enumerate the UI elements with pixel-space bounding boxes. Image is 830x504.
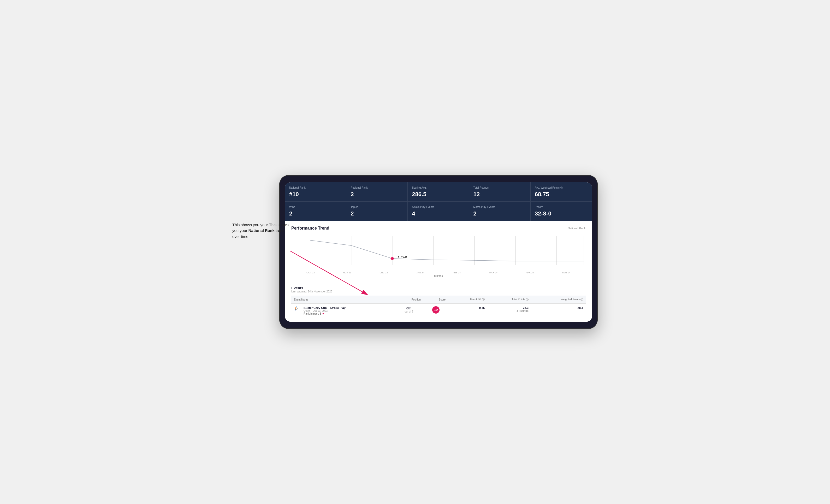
stat-regional-rank: Regional Rank 2 (346, 182, 408, 202)
stat-record-label: Record (535, 205, 588, 209)
stat-wins-value: 2 (289, 210, 342, 217)
th-score: Score (423, 296, 448, 304)
th-position: Position (395, 296, 423, 304)
annotation-text: This shows you your This shows you your … (232, 223, 289, 239)
x-label-apr24: APR 24 (512, 271, 548, 274)
trend-marker (390, 257, 394, 260)
stat-total-rounds-value: 12 (474, 191, 526, 198)
th-event-sg: Event SG ⓘ (448, 296, 487, 304)
stats-grid-row2: Wins 2 Top 3s 2 Stroke Play Events 4 Mat… (285, 201, 592, 221)
golf-icon: 🏌️ (294, 306, 298, 310)
events-title: Events (291, 286, 586, 290)
performance-title: Performance Trend (291, 226, 329, 231)
stat-stroke-play-value: 4 (412, 210, 465, 217)
event-name: Buster Cozy Cup – Stroke Play (304, 306, 392, 309)
trend-marker-label: ● #10 (397, 255, 407, 259)
stat-scoring-avg: Scoring Avg. 286.5 (408, 182, 469, 202)
rank-arrow-down-icon: ▼ (322, 312, 324, 315)
annotation: This shows you your This shows you your … (232, 222, 290, 240)
stat-record-value: 32-8-0 (535, 210, 588, 217)
tablet-frame: National Rank #10 Regional Rank 2 Scorin… (279, 175, 598, 329)
event-position-cell: 6th out of 7 (395, 304, 423, 318)
page-wrapper: This shows you your This shows you your … (232, 175, 598, 329)
stat-avg-weighted-label: Avg. Weighted Points ⓘ (535, 186, 588, 190)
th-event-name: Event Name (291, 296, 395, 304)
event-date: Oct 9 – Oct 10, 2023 (304, 309, 392, 312)
info-icon: ⓘ (561, 187, 563, 189)
event-icon-cell: 🏌️ (291, 304, 301, 318)
event-rank-impact: Rank Impact: 3 ▼ (304, 312, 392, 315)
stat-top3s: Top 3s 2 (346, 202, 408, 221)
chart-x-labels: OCT 23 NOV 23 DEC 23 JAN 24 FEB 24 MAR 2… (291, 271, 586, 274)
stat-match-play: Match Play Events 2 (469, 202, 531, 221)
event-position-sub: out of 7 (397, 310, 421, 313)
events-section: Events Last updated: 24th November 2023 … (285, 282, 592, 322)
x-label-mar24: MAR 24 (475, 271, 512, 274)
stat-stroke-play-label: Stroke Play Events (412, 205, 465, 209)
performance-axis-label: National Rank (568, 227, 586, 230)
stat-total-rounds: Total Rounds 12 (469, 182, 531, 202)
events-table-header: Event Name Position Score Event SG ⓘ (291, 296, 586, 304)
stat-national-rank-label: National Rank (289, 186, 342, 190)
performance-header: Performance Trend National Rank (291, 226, 586, 231)
stat-regional-rank-value: 2 (351, 191, 403, 198)
x-label-may24: MAY 24 (548, 271, 585, 274)
stat-stroke-play: Stroke Play Events 4 (408, 202, 469, 221)
stat-top3s-label: Top 3s (351, 205, 403, 209)
event-info-cell: Buster Cozy Cup – Stroke Play Oct 9 – Oc… (301, 304, 395, 318)
events-table-body: 🏌️ Buster Cozy Cup – Stroke Play Oct 9 –… (291, 304, 586, 318)
event-sg-cell: 0.45 (448, 304, 487, 318)
x-label-nov23: NOV 23 (329, 271, 365, 274)
stat-total-rounds-label: Total Rounds (474, 186, 526, 190)
th-weighted-points: Weighted Points ⓘ (531, 296, 586, 304)
stat-match-play-label: Match Play Events (474, 205, 526, 209)
event-position-main: 6th (397, 306, 421, 310)
event-total-points-cell: 28.3 3 Rounds (487, 304, 531, 318)
stat-wins-label: Wins (289, 205, 342, 209)
x-label-feb24: FEB 24 (439, 271, 475, 274)
stats-grid-row1: National Rank #10 Regional Rank 2 Scorin… (285, 182, 592, 202)
annotation-bold: National Rank (249, 228, 275, 233)
stat-record: Record 32-8-0 (531, 202, 592, 221)
stat-national-rank-value: #10 (289, 191, 342, 198)
stat-avg-weighted: Avg. Weighted Points ⓘ 68.75 (531, 182, 592, 202)
screen-content: National Rank #10 Regional Rank 2 Scorin… (285, 182, 592, 322)
stat-avg-weighted-value: 68.75 (535, 191, 588, 198)
events-table: Event Name Position Score Event SG ⓘ (291, 296, 586, 318)
event-score-cell: -22 (423, 304, 448, 318)
x-label-oct23: OCT 23 (292, 271, 329, 274)
stat-match-play-value: 2 (474, 210, 526, 217)
performance-section: Performance Trend National Rank (285, 221, 592, 282)
stat-scoring-avg-label: Scoring Avg. (412, 186, 465, 190)
chart-svg: ● #10 (291, 234, 586, 270)
stat-scoring-avg-value: 286.5 (412, 191, 465, 198)
chart-x-axis-title: Months (291, 274, 586, 277)
event-weighted-points-cell: 28.3 (531, 304, 586, 318)
x-label-jan24: JAN 24 (402, 271, 439, 274)
table-row: 🏌️ Buster Cozy Cup – Stroke Play Oct 9 –… (291, 304, 586, 318)
tablet-screen: National Rank #10 Regional Rank 2 Scorin… (285, 182, 592, 322)
score-badge: -22 (432, 306, 440, 313)
th-total-points: Total Points ⓘ (487, 296, 531, 304)
stat-national-rank: National Rank #10 (285, 182, 346, 202)
chart-container: ● #10 (291, 234, 586, 270)
x-label-dec23: DEC 23 (365, 271, 402, 274)
events-subtitle: Last updated: 24th November 2023 (291, 290, 586, 293)
stat-regional-rank-label: Regional Rank (351, 186, 403, 190)
stat-top3s-value: 2 (351, 210, 403, 217)
stat-wins: Wins 2 (285, 202, 346, 221)
event-rounds: 3 Rounds (490, 309, 529, 312)
